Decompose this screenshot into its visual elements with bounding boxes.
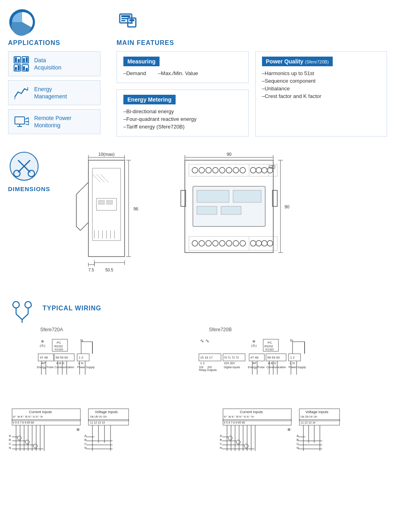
- svg-point-75: [226, 167, 232, 173]
- svg-point-104: [256, 241, 262, 246]
- pq-item-3: –Unbalance: [262, 86, 381, 92]
- sfere720b-label: Sfere720B: [209, 327, 390, 332]
- svg-text:A: A: [220, 434, 222, 438]
- svg-rect-6: [26, 57, 28, 62]
- svg-text:L    N: L N: [78, 361, 83, 365]
- svg-point-260: [228, 436, 232, 440]
- dimensions-drawings: 10(max): [64, 150, 387, 287]
- data-acquisition-label: DataAcquisition: [34, 57, 61, 71]
- svg-line-115: [16, 314, 22, 320]
- svg-text:Energy Pulse: Energy Pulse: [248, 366, 265, 369]
- svg-text:∿ ∿: ∿ ∿: [200, 338, 209, 344]
- svg-text:(JL): (JL): [40, 344, 45, 347]
- svg-rect-8: [15, 67, 17, 70]
- features-left: Measuring –Demand –Max./Min. Value Energ…: [117, 51, 249, 137]
- svg-text:A: A: [297, 434, 299, 438]
- svg-line-41: [96, 174, 104, 182]
- svg-text:B: B: [220, 438, 222, 442]
- svg-text:Digital Inputs: Digital Inputs: [224, 366, 240, 369]
- svg-text:Current Inputs: Current Inputs: [29, 410, 52, 414]
- features-column: MAIN FEATURES Measuring –Demand –Max./Mi…: [117, 8, 387, 138]
- wiring-diagrams-container: Sfere720A ⊕ (JL) PC RS232 RS485 N 47 48: [8, 327, 387, 451]
- svg-text:⊕: ⊕: [287, 427, 291, 432]
- svg-text:90: 90: [227, 152, 231, 157]
- svg-point-80: [256, 167, 262, 173]
- svg-point-186: [17, 436, 21, 440]
- svg-text:1     2: 1 2: [290, 356, 295, 359]
- dimensions-icon: [8, 150, 40, 182]
- applications-column: APPLICATIONS DataAcquisitio: [8, 8, 100, 138]
- svg-point-81: [262, 167, 267, 173]
- svg-line-38: [80, 182, 88, 190]
- remote-power-monitoring-label: Remote PowerMonitoring: [34, 114, 72, 129]
- features-grid: Measuring –Demand –Max./Min. Value Energ…: [117, 51, 387, 137]
- page: APPLICATIONS DataAcquisitio: [0, 0, 395, 459]
- svg-text:4   5   6   7   8   9  65  66: 4 5 6 7 8 9 65 66: [224, 421, 245, 424]
- svg-text:C: C: [220, 442, 222, 446]
- svg-text:RS485: RS485: [55, 348, 63, 351]
- svg-point-262: [244, 444, 248, 448]
- dimensions-section: DIMENSIONS 10(max): [8, 150, 387, 287]
- svg-point-94: [192, 241, 198, 246]
- wiring-section: TYPICAL WIRING Sfere720A ⊕ (JL) PC RS232…: [8, 299, 387, 451]
- svg-text:B: B: [9, 438, 11, 442]
- svg-text:L    N: L N: [290, 361, 295, 365]
- svg-rect-5: [23, 58, 25, 62]
- app-item-data-acquisition: DataAcquisition: [8, 51, 100, 76]
- svg-text:C: C: [297, 442, 299, 446]
- svg-rect-23: [121, 20, 125, 21]
- svg-text:N: N: [84, 446, 87, 450]
- energy-item-3: –Tariff energy (Sfere720B): [123, 124, 242, 130]
- svg-text:1DI: 1DI: [199, 366, 203, 369]
- svg-point-77: [240, 167, 246, 173]
- svg-text:A: A: [9, 434, 11, 438]
- svg-text:⊕: ⊕: [76, 427, 80, 432]
- svg-point-73: [213, 167, 218, 173]
- svg-rect-45: [106, 200, 113, 204]
- svg-text:11   12   13   14: 11 12 13 14: [90, 421, 105, 424]
- svg-line-116: [22, 314, 28, 320]
- svg-point-98: [219, 241, 225, 246]
- svg-text:50.5: 50.5: [105, 268, 113, 272]
- svg-line-42: [100, 174, 108, 182]
- svg-text:Energy Pulse: Energy Pulse: [37, 366, 54, 369]
- front-view-svg: 90: [169, 150, 289, 287]
- app-item-remote-power: Remote PowerMonitoring: [8, 109, 100, 134]
- svg-point-106: [267, 241, 273, 246]
- energy-metering-box: Energy Metering –Bi-directional energy –…: [117, 90, 249, 137]
- svg-rect-92: [221, 206, 241, 214]
- features-logo: [117, 8, 145, 36]
- app-item-energy-management: EnergyManagement: [8, 80, 100, 105]
- svg-text:15  16  17: 15 16 17: [200, 356, 213, 359]
- svg-text:Ua   Ub   Uc   Un: Ua Ub Uc Un: [301, 415, 317, 418]
- svg-rect-12: [26, 68, 28, 71]
- svg-point-99: [226, 241, 232, 246]
- svg-line-18: [25, 118, 29, 119]
- energy-management-label: EnergyManagement: [34, 86, 67, 100]
- energy-metering-title: Energy Metering: [123, 95, 176, 104]
- svg-point-105: [262, 241, 267, 246]
- svg-text:C: C: [84, 442, 87, 446]
- dimensions-left: DIMENSIONS: [8, 150, 56, 197]
- svg-text:C: C: [9, 442, 11, 446]
- svg-rect-26: [129, 22, 133, 24]
- svg-point-261: [236, 440, 240, 444]
- svg-rect-11: [23, 66, 25, 70]
- svg-text:A    B    S: A B S: [56, 361, 64, 365]
- svg-text:⊕: ⊕: [41, 339, 44, 343]
- pq-item-1: –Harmonics up to 51st: [262, 70, 381, 76]
- energy-management-icon: [13, 85, 29, 101]
- svg-point-74: [219, 167, 225, 173]
- svg-text:Power Supply: Power Supply: [289, 366, 306, 369]
- svg-text:58  59  60: 58 59 60: [267, 356, 280, 359]
- svg-line-40: [92, 174, 100, 182]
- remote-power-icon: [13, 114, 29, 130]
- svg-point-71: [199, 167, 205, 173]
- svg-point-187: [25, 440, 29, 444]
- wiring-icon: [8, 299, 36, 323]
- svg-text:7.5: 7.5: [88, 268, 94, 272]
- svg-text:2DI: 2DI: [207, 366, 212, 369]
- svg-point-95: [199, 241, 205, 246]
- svg-point-97: [213, 241, 218, 246]
- svg-text:RS232: RS232: [264, 345, 273, 348]
